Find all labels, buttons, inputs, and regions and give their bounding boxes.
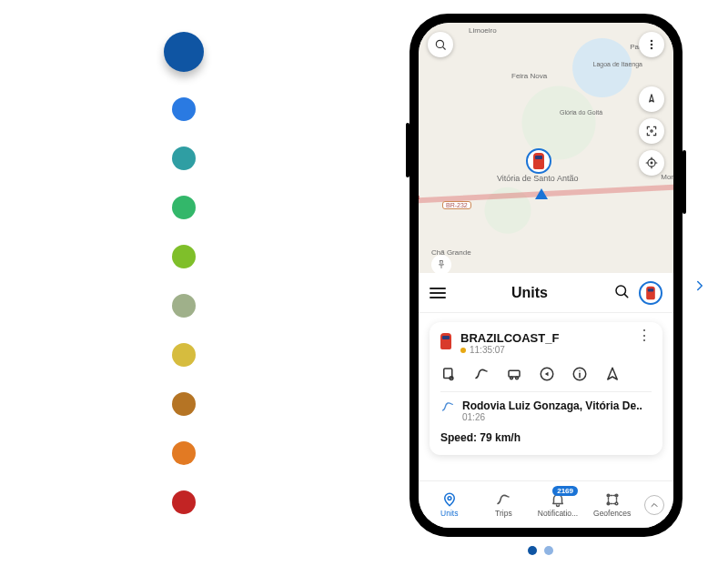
svg-point-19 (516, 377, 519, 379)
phone-frame: Limoeiro Paudalho Feira Nova Lagoa de It… (410, 14, 682, 537)
map-label-gloria: Glória do Goitá (560, 109, 602, 116)
report-icon[interactable] (440, 366, 457, 382)
crosshair-icon (645, 157, 658, 169)
map-view[interactable]: Limoeiro Paudalho Feira Nova Lagoa de It… (419, 23, 673, 273)
map-label-vitoria: Vitória de Santo Antão (497, 174, 578, 183)
color-swatch-1[interactable] (172, 97, 196, 121)
carousel-dot-1[interactable] (544, 546, 553, 555)
carousel-dots (528, 546, 553, 555)
svg-rect-17 (509, 370, 520, 377)
unit-address-time: 01:26 (462, 412, 642, 422)
map-search-button[interactable] (428, 32, 453, 57)
compass-icon (645, 93, 658, 106)
nav-units[interactable]: Units (428, 491, 471, 518)
svg-point-8 (651, 162, 652, 164)
card-area: BRAZILCOAST_F 11:35:07 ⋮ (419, 313, 673, 480)
chevron-right-icon (692, 278, 708, 294)
map-options-button[interactable] (639, 32, 664, 57)
share-icon[interactable] (539, 366, 555, 382)
unit-card-actions (440, 362, 652, 392)
chevron-up-icon (649, 500, 660, 510)
trip-icon (440, 399, 455, 418)
pushpin-icon (436, 259, 447, 270)
unit-speed: Speed: 79 km/h (440, 431, 652, 444)
map-locate-button[interactable] (639, 150, 664, 176)
nav-notifications[interactable]: 2169 Notificatio... (536, 491, 580, 518)
svg-point-23 (579, 370, 580, 371)
map-recenter-button[interactable] (639, 118, 664, 144)
svg-line-14 (624, 294, 627, 297)
car-icon (533, 153, 544, 169)
direction-arrow-icon (535, 188, 548, 199)
svg-marker-24 (608, 368, 618, 379)
map-compass-button[interactable] (639, 86, 664, 112)
map-label-feiranova: Feira Nova (511, 72, 547, 80)
color-swatch-6[interactable] (172, 343, 196, 367)
color-swatch-5[interactable] (172, 294, 196, 318)
unit-marker[interactable] (526, 148, 551, 174)
center-focus-icon (645, 125, 658, 137)
color-swatch-7[interactable] (172, 392, 196, 416)
color-swatch-2[interactable] (172, 147, 196, 170)
carousel-dot-0[interactable] (528, 546, 537, 555)
color-swatch-0[interactable] (164, 32, 204, 72)
car-icon (440, 333, 451, 349)
svg-point-18 (511, 377, 513, 379)
navigate-icon[interactable] (604, 366, 621, 382)
car-icon (646, 286, 655, 298)
route-icon (495, 491, 511, 508)
map-pin-button[interactable] (431, 255, 451, 275)
map-label-lagoa: Lagoa de Itaenga (593, 61, 643, 67)
svg-line-1 (443, 47, 446, 50)
menu-button[interactable] (430, 288, 446, 298)
unit-last-time: 11:35:07 (460, 345, 559, 355)
color-swatches (164, 32, 204, 514)
unit-address: Rodovia Luiz Gonzaga, Vitória De.. (462, 399, 642, 412)
geofence-icon (604, 491, 621, 508)
section-title: Units (455, 285, 604, 301)
map-label-br232: BR-232 (442, 201, 471, 209)
search-icon (434, 38, 447, 51)
notifications-badge: 2169 (552, 486, 578, 496)
bottom-nav: Units Trips 2169 Notificatio... Geofence… (419, 480, 673, 528)
more-vertical-icon (645, 38, 658, 51)
color-swatch-3[interactable] (172, 196, 196, 219)
vehicle-icon[interactable] (506, 366, 522, 382)
nav-trips[interactable]: Trips (481, 491, 525, 518)
nav-geofences[interactable]: Geofences (591, 491, 634, 518)
map-label-limoeiro: Limoeiro (469, 26, 497, 35)
unit-card[interactable]: BRAZILCOAST_F 11:35:07 ⋮ (430, 322, 662, 455)
units-search-button[interactable] (613, 283, 630, 303)
nav-label: Trips (495, 509, 512, 518)
search-icon (613, 283, 630, 299)
color-swatch-8[interactable] (172, 441, 196, 465)
info-icon[interactable] (571, 366, 588, 382)
svg-point-2 (651, 40, 652, 41)
svg-point-3 (651, 44, 652, 45)
nav-label: Units (440, 509, 458, 518)
svg-point-6 (651, 130, 652, 132)
map-label-mor: Mor (661, 173, 673, 181)
unit-name: BRAZILCOAST_F (460, 331, 559, 345)
selected-unit-avatar[interactable] (639, 281, 662, 305)
nav-label: Notificatio... (538, 509, 578, 518)
phone-screen: Limoeiro Paudalho Feira Nova Lagoa de It… (419, 23, 673, 528)
nav-label: Geofences (593, 509, 631, 518)
nav-expand-button[interactable] (644, 495, 664, 515)
svg-point-25 (448, 497, 451, 500)
svg-marker-5 (650, 95, 654, 102)
pin-icon (441, 491, 458, 508)
color-swatch-9[interactable] (172, 490, 196, 514)
units-header: Units (419, 273, 673, 313)
color-swatch-4[interactable] (172, 245, 196, 268)
route-icon[interactable] (473, 366, 490, 382)
unit-card-menu-button[interactable]: ⋮ (637, 331, 652, 340)
carousel-next-button[interactable] (692, 278, 708, 298)
svg-point-4 (651, 47, 652, 48)
